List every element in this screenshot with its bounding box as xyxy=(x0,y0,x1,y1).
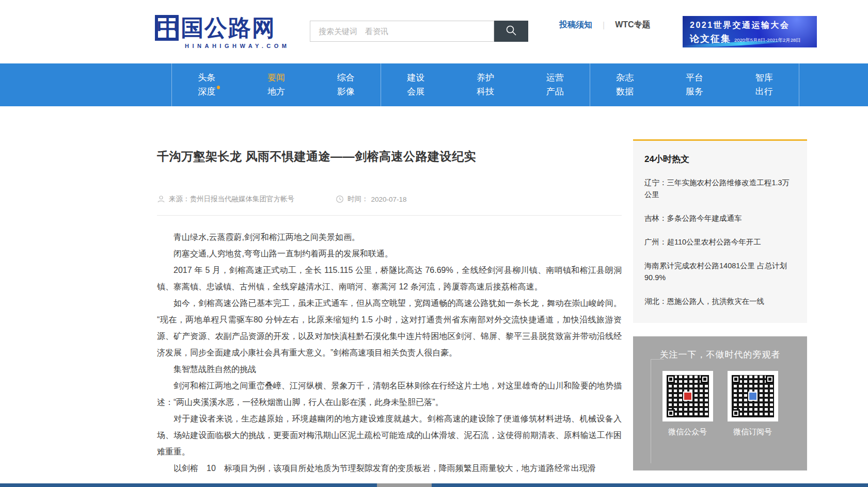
nav-item-yanghu[interactable]: 养护 xyxy=(477,73,494,83)
qr-label-public: 微信公众号 xyxy=(662,427,713,437)
new-indicator-dot xyxy=(217,86,220,89)
paragraph: 集智慧战胜自然的挑战 xyxy=(157,361,622,378)
search-button[interactable] xyxy=(494,21,528,42)
banner-dates: 2020年5月8日-2021年2月28日 xyxy=(734,37,801,44)
nav-item-zonghe[interactable]: 综合 xyxy=(337,73,355,83)
nav-item-chanpin[interactable]: 产品 xyxy=(546,87,564,97)
banner-title: 2021世界交通运输大会 xyxy=(690,20,817,31)
hot-article-link[interactable]: 湖北：恩施公路人，抗洪救灾在一线 xyxy=(644,296,796,307)
sidebar: 24小时热文 辽宁：三年实施农村公路维修改造工程1.3万公里 吉林：多条公路今年… xyxy=(633,139,807,470)
nav-item-fuwu[interactable]: 服务 xyxy=(686,87,703,97)
qr-code-public xyxy=(662,371,713,421)
nav-item-keji[interactable]: 科技 xyxy=(477,87,494,97)
paragraph: 如今，剑榕高速公路已基本完工，虽未正式通车，但从高空眺望，宽阔通畅的高速公路犹如… xyxy=(157,295,622,361)
horizontal-scrollbar-thumb[interactable] xyxy=(377,483,432,487)
site-domain: HINAHIGHWAY.COM xyxy=(185,43,290,49)
nav-item-yaowen-active[interactable]: 要闻 xyxy=(267,73,285,83)
hot-article-link[interactable]: 吉林：多条公路今年建成通车 xyxy=(644,213,796,224)
paragraph: 2017 年 5 月，剑榕高速正式动工，全长 115.115 公里，桥隧比高达 … xyxy=(157,262,622,295)
qr-finder-icon xyxy=(766,375,774,383)
time-wrap: 时间： 2020-07-18 xyxy=(336,194,407,204)
hot-article-link[interactable]: 辽宁：三年实施农村公路维修改造工程1.3万公里 xyxy=(644,177,796,201)
article-meta: 来源： 贵州日报当代融媒体集团官方帐号 时间： 2020-07-18 xyxy=(157,194,622,204)
header: 中国公路网 HINAHIGHWAY.COM 投稿须知 | WTC专题 2021世… xyxy=(0,0,868,63)
nav-col-yanghu-keji: 养护 科技 xyxy=(451,63,520,106)
header-links: 投稿须知 | WTC专题 xyxy=(559,20,651,30)
hot-article-link[interactable]: 海南累计完成农村公路14081公里 占总计划90.9% xyxy=(644,260,796,284)
qr-code-subscription xyxy=(728,371,778,421)
hot-articles-box: 24小时热文 辽宁：三年实施农村公路维修改造工程1.3万公里 吉林：多条公路今年… xyxy=(633,139,807,323)
paragraph: 以剑榕 10 标项目为例，该项目所处地质为节理裂隙发育的变质板岩，降雨频繁且雨量… xyxy=(157,460,622,477)
qr-finder-icon xyxy=(732,375,740,383)
source-label: 来源： xyxy=(169,194,190,204)
meta-divider xyxy=(157,215,622,216)
article-body: 青山绿水,云蒸霞蔚,剑河和榕江两地之间美景如画。 闭塞交通,人穷地贫,弯弯山路一… xyxy=(157,229,622,477)
nav-col-jianshe-huizhan: 建设 会展 xyxy=(381,63,451,106)
footer-top-bar xyxy=(0,483,868,487)
nav-item-jianshe[interactable]: 建设 xyxy=(407,73,424,83)
nav-col-yunying-chanpin: 运营 产品 xyxy=(520,63,590,106)
hot-articles-title: 24小时热文 xyxy=(644,153,796,165)
qr-center-logo xyxy=(683,392,692,401)
hot-article-link[interactable]: 广州：超110公里农村公路今年开工 xyxy=(644,236,796,248)
nav-item-shuju[interactable]: 数据 xyxy=(616,87,634,97)
nav-item-huizhan[interactable]: 会展 xyxy=(407,87,424,97)
article: 千沟万壑架长龙 风雨不惧建通途——剑榕高速公路建设纪实 来源： 贵州日报当代融媒… xyxy=(157,149,622,477)
site-logo[interactable]: 中国公路网 HINAHIGHWAY.COM xyxy=(155,14,290,49)
nav-col-yaowen-difang: 要闻 地方 xyxy=(242,63,311,106)
qr-finder-icon xyxy=(701,375,709,383)
follow-title: 关注一下，不做时代的旁观者 xyxy=(633,349,807,361)
clock-icon xyxy=(336,195,344,203)
nav-item-shendu[interactable]: 深度 xyxy=(198,87,215,97)
paragraph: 闭塞交通,人穷地贫,弯弯山路一直制约着两县的发展和联通。 xyxy=(157,246,622,262)
nav-item-yunying[interactable]: 运营 xyxy=(546,73,564,83)
qr-finder-icon xyxy=(732,409,740,417)
wechat-public-account: 微信公众号 xyxy=(662,371,713,437)
nav-col-pingtai-fuwu: 平台 服务 xyxy=(660,63,730,106)
nav-item-yingxiang[interactable]: 影像 xyxy=(337,87,355,97)
page: 中国公路网 HINAHIGHWAY.COM 投稿须知 | WTC专题 2021世… xyxy=(0,0,868,487)
nav-item-pingtai[interactable]: 平台 xyxy=(686,73,703,83)
paragraph: 青山绿水,云蒸霞蔚,剑河和榕江两地之间美景如画。 xyxy=(157,229,622,246)
submission-notice-link[interactable]: 投稿须知 xyxy=(559,20,592,30)
nav-col-zonghe-yingxiang: 综合 影像 xyxy=(311,63,381,106)
nav-columns: 头条 深度 要闻 地方 综合 影像 建设 会展 养护 科技 运营 产品 xyxy=(171,63,799,106)
banner-cta: 论文征集 xyxy=(690,33,731,45)
wechat-subscription-account: 微信订阅号 xyxy=(728,371,778,437)
search-icon xyxy=(504,24,518,39)
nav-col-zazhi-shuju: 杂志 数据 xyxy=(590,63,660,106)
wechat-follow-box: 关注一下，不做时代的旁观者 微信公众号 xyxy=(633,336,807,470)
nav-col-toutiao-shendu: 头条 深度 xyxy=(172,63,242,106)
paragraph: 剑河和榕江两地之间重峦叠嶂、江河纵横、景象万千，清朝名臣林则徐在行经这片土地，对… xyxy=(157,378,622,411)
nav-item-difang[interactable]: 地方 xyxy=(267,87,285,97)
nav-item-chuxing[interactable]: 出行 xyxy=(755,87,773,97)
site-name: 中国公路网 xyxy=(157,15,276,41)
person-icon xyxy=(157,195,165,203)
search-bar xyxy=(310,21,528,42)
nav-item-zhiku[interactable]: 智库 xyxy=(755,73,773,83)
wtc-topic-link[interactable]: WTC专题 xyxy=(615,20,650,30)
paragraph: 对于建设者来说，生态越原始，环境越幽闭的地方建设难度就越大。剑榕高速的建设除了便… xyxy=(157,411,622,460)
qr-label-subscription: 微信订阅号 xyxy=(728,427,778,437)
time-value: 2020-07-18 xyxy=(371,196,407,203)
banner-ad-wtc2021[interactable]: 2021世界交通运输大会 论文征集 2020年5月8日-2021年2月28日 xyxy=(683,16,817,47)
search-input[interactable] xyxy=(310,21,494,42)
qr-finder-icon xyxy=(667,409,675,417)
article-title: 千沟万壑架长龙 风雨不惧建通途——剑榕高速公路建设纪实 xyxy=(157,149,622,165)
source-value: 贵州日报当代融媒体集团官方帐号 xyxy=(190,194,295,204)
qr-center-logo xyxy=(748,392,757,401)
main-nav: 头条 深度 要闻 地方 综合 影像 建设 会展 养护 科技 运营 产品 xyxy=(0,63,868,106)
nav-item-shendu-label: 深度 xyxy=(198,87,215,96)
time-label: 时间： xyxy=(348,194,369,204)
link-separator: | xyxy=(603,21,605,30)
nav-item-toutiao[interactable]: 头条 xyxy=(198,73,215,83)
nav-item-zazhi[interactable]: 杂志 xyxy=(616,73,634,83)
qr-finder-icon xyxy=(667,375,675,383)
nav-col-zhiku-chuxing: 智库 出行 xyxy=(729,63,799,106)
